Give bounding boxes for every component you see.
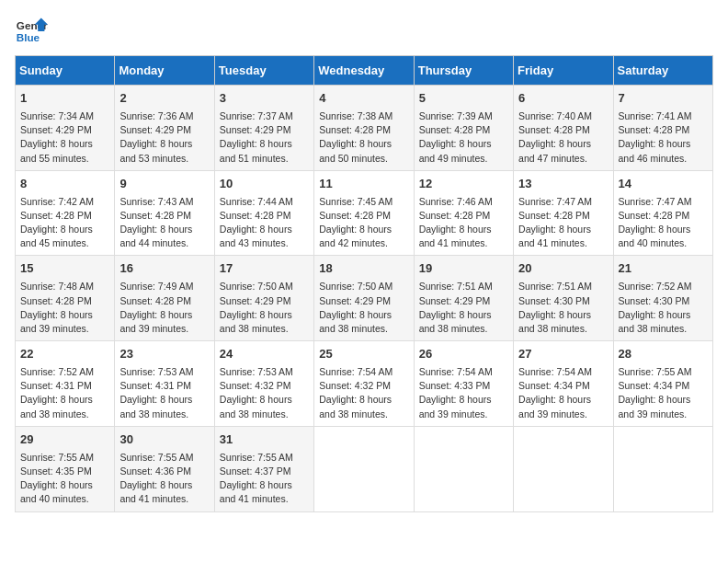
sunrise-text: Sunrise: 7:50 AM bbox=[319, 280, 408, 293]
day-number: 16 bbox=[119, 260, 209, 278]
week-row-5: 29Sunrise: 7:55 AMSunset: 4:35 PMDayligh… bbox=[16, 426, 713, 511]
day-number: 26 bbox=[419, 346, 508, 363]
day-number: 23 bbox=[119, 346, 209, 363]
calendar-table: SundayMondayTuesdayWednesdayThursdayFrid… bbox=[15, 55, 713, 512]
calendar-cell: 25Sunrise: 7:54 AMSunset: 4:32 PMDayligh… bbox=[314, 341, 414, 427]
calendar-cell: 11Sunrise: 7:45 AMSunset: 4:28 PMDayligh… bbox=[314, 170, 414, 256]
calendar-cell: 5Sunrise: 7:39 AMSunset: 4:28 PMDaylight… bbox=[414, 86, 513, 171]
sunrise-text: Sunrise: 7:53 AM bbox=[119, 365, 209, 379]
calendar-cell: 10Sunrise: 7:44 AMSunset: 4:28 PMDayligh… bbox=[214, 170, 313, 256]
day-number: 14 bbox=[619, 176, 708, 193]
calendar-cell: 17Sunrise: 7:50 AMSunset: 4:29 PMDayligh… bbox=[214, 256, 313, 341]
sunrise-text: Sunrise: 7:43 AM bbox=[119, 195, 209, 209]
logo: General Blue bbox=[15, 15, 48, 48]
sunrise-text: Sunrise: 7:41 AM bbox=[619, 109, 708, 123]
sunset-text: Sunset: 4:28 PM bbox=[319, 209, 408, 223]
calendar-cell: 23Sunrise: 7:53 AMSunset: 4:31 PMDayligh… bbox=[115, 341, 214, 427]
header-friday: Friday bbox=[514, 56, 613, 86]
header-saturday: Saturday bbox=[613, 56, 712, 86]
daylight-text: Daylight: 8 hours and 44 minutes. bbox=[119, 223, 209, 250]
calendar-cell: 21Sunrise: 7:52 AMSunset: 4:30 PMDayligh… bbox=[613, 256, 712, 341]
daylight-text: Daylight: 8 hours and 39 minutes. bbox=[518, 393, 608, 420]
day-number: 7 bbox=[619, 90, 708, 108]
sunrise-text: Sunrise: 7:55 AM bbox=[20, 451, 109, 465]
day-number: 27 bbox=[518, 346, 608, 363]
sunrise-text: Sunrise: 7:42 AM bbox=[20, 195, 109, 209]
sunset-text: Sunset: 4:32 PM bbox=[220, 379, 309, 393]
daylight-text: Daylight: 8 hours and 38 minutes. bbox=[119, 393, 209, 420]
calendar-cell: 22Sunrise: 7:52 AMSunset: 4:31 PMDayligh… bbox=[16, 341, 115, 427]
calendar-cell: 12Sunrise: 7:46 AMSunset: 4:28 PMDayligh… bbox=[414, 170, 513, 256]
day-number: 28 bbox=[619, 346, 708, 363]
day-number: 21 bbox=[619, 260, 708, 278]
daylight-text: Daylight: 8 hours and 39 minutes. bbox=[119, 308, 209, 336]
daylight-text: Daylight: 8 hours and 38 minutes. bbox=[20, 393, 109, 420]
sunset-text: Sunset: 4:28 PM bbox=[518, 123, 608, 137]
day-number: 5 bbox=[419, 90, 508, 108]
sunrise-text: Sunrise: 7:47 AM bbox=[619, 195, 708, 209]
sunrise-text: Sunrise: 7:54 AM bbox=[518, 365, 608, 379]
sunrise-text: Sunrise: 7:44 AM bbox=[220, 195, 309, 209]
calendar-cell: 31Sunrise: 7:55 AMSunset: 4:37 PMDayligh… bbox=[214, 426, 313, 511]
calendar-cell: 24Sunrise: 7:53 AMSunset: 4:32 PMDayligh… bbox=[214, 341, 313, 427]
calendar-cell: 13Sunrise: 7:47 AMSunset: 4:28 PMDayligh… bbox=[514, 170, 613, 256]
calendar-cell: 2Sunrise: 7:36 AMSunset: 4:29 PMDaylight… bbox=[115, 86, 214, 171]
sunset-text: Sunset: 4:28 PM bbox=[319, 123, 408, 137]
sunrise-text: Sunrise: 7:46 AM bbox=[419, 195, 508, 209]
sunset-text: Sunset: 4:34 PM bbox=[619, 379, 708, 393]
sunrise-text: Sunrise: 7:54 AM bbox=[319, 365, 408, 379]
sunrise-text: Sunrise: 7:39 AM bbox=[419, 109, 508, 123]
sunrise-text: Sunrise: 7:51 AM bbox=[518, 280, 608, 293]
sunrise-text: Sunrise: 7:55 AM bbox=[119, 451, 209, 465]
daylight-text: Daylight: 8 hours and 53 minutes. bbox=[119, 137, 209, 165]
sunset-text: Sunset: 4:28 PM bbox=[619, 123, 708, 137]
daylight-text: Daylight: 8 hours and 41 minutes. bbox=[419, 223, 508, 250]
sunset-text: Sunset: 4:29 PM bbox=[119, 123, 209, 137]
calendar-cell: 4Sunrise: 7:38 AMSunset: 4:28 PMDaylight… bbox=[314, 86, 414, 171]
day-number: 4 bbox=[319, 90, 408, 108]
sunset-text: Sunset: 4:30 PM bbox=[619, 294, 708, 308]
daylight-text: Daylight: 8 hours and 39 minutes. bbox=[619, 393, 708, 420]
sunset-text: Sunset: 4:37 PM bbox=[220, 465, 309, 478]
day-number: 29 bbox=[20, 431, 109, 449]
day-number: 1 bbox=[20, 90, 109, 108]
daylight-text: Daylight: 8 hours and 39 minutes. bbox=[419, 393, 508, 420]
calendar-cell: 16Sunrise: 7:49 AMSunset: 4:28 PMDayligh… bbox=[115, 256, 214, 341]
week-row-2: 8Sunrise: 7:42 AMSunset: 4:28 PMDaylight… bbox=[16, 170, 713, 256]
calendar-cell bbox=[613, 426, 712, 511]
day-number: 25 bbox=[319, 346, 408, 363]
sunset-text: Sunset: 4:28 PM bbox=[619, 209, 708, 223]
sunset-text: Sunset: 4:32 PM bbox=[319, 379, 408, 393]
calendar-cell bbox=[414, 426, 513, 511]
day-number: 19 bbox=[419, 260, 508, 278]
sunrise-text: Sunrise: 7:38 AM bbox=[319, 109, 408, 123]
daylight-text: Daylight: 8 hours and 49 minutes. bbox=[419, 137, 508, 165]
day-number: 10 bbox=[220, 176, 309, 193]
sunrise-text: Sunrise: 7:50 AM bbox=[220, 280, 309, 293]
sunrise-text: Sunrise: 7:36 AM bbox=[119, 109, 209, 123]
week-row-3: 15Sunrise: 7:48 AMSunset: 4:28 PMDayligh… bbox=[16, 256, 713, 341]
daylight-text: Daylight: 8 hours and 47 minutes. bbox=[518, 137, 608, 165]
sunset-text: Sunset: 4:29 PM bbox=[220, 123, 309, 137]
sunrise-text: Sunrise: 7:48 AM bbox=[20, 280, 109, 293]
calendar-cell: 8Sunrise: 7:42 AMSunset: 4:28 PMDaylight… bbox=[16, 170, 115, 256]
sunrise-text: Sunrise: 7:49 AM bbox=[119, 280, 209, 293]
calendar-cell: 7Sunrise: 7:41 AMSunset: 4:28 PMDaylight… bbox=[613, 86, 712, 171]
sunrise-text: Sunrise: 7:53 AM bbox=[220, 365, 309, 379]
week-row-1: 1Sunrise: 7:34 AMSunset: 4:29 PMDaylight… bbox=[16, 86, 713, 171]
sunset-text: Sunset: 4:31 PM bbox=[119, 379, 209, 393]
header-tuesday: Tuesday bbox=[214, 56, 313, 86]
day-number: 11 bbox=[319, 176, 408, 193]
calendar-cell bbox=[314, 426, 414, 511]
daylight-text: Daylight: 8 hours and 51 minutes. bbox=[220, 137, 309, 165]
daylight-text: Daylight: 8 hours and 39 minutes. bbox=[20, 308, 109, 336]
sunset-text: Sunset: 4:31 PM bbox=[20, 379, 109, 393]
day-number: 17 bbox=[220, 260, 309, 278]
sunrise-text: Sunrise: 7:45 AM bbox=[319, 195, 408, 209]
sunrise-text: Sunrise: 7:54 AM bbox=[419, 365, 508, 379]
calendar-cell: 9Sunrise: 7:43 AMSunset: 4:28 PMDaylight… bbox=[115, 170, 214, 256]
daylight-text: Daylight: 8 hours and 55 minutes. bbox=[20, 137, 109, 165]
daylight-text: Daylight: 8 hours and 41 minutes. bbox=[220, 478, 309, 506]
sunset-text: Sunset: 4:28 PM bbox=[119, 294, 209, 308]
sunset-text: Sunset: 4:30 PM bbox=[518, 294, 608, 308]
